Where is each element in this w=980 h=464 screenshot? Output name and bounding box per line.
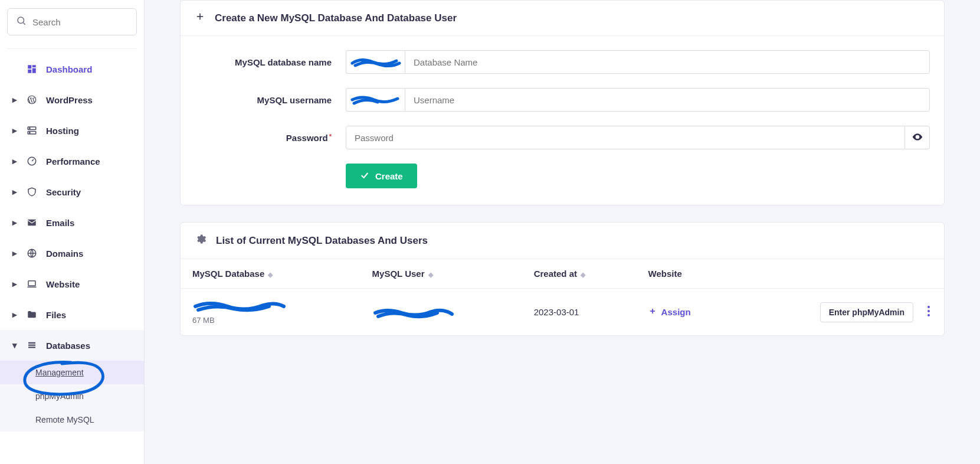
search-wrap xyxy=(7,0,137,49)
db-name-label: MySQL database name xyxy=(195,57,346,67)
list-card-title: List of Current MySQL Databases And User… xyxy=(216,235,428,247)
create-card-title: Create a New MySQL Database And Database… xyxy=(215,12,457,24)
username-input[interactable] xyxy=(405,88,930,112)
svg-rect-14 xyxy=(28,281,35,286)
sidebar-item-label: Files xyxy=(46,310,66,320)
gear-icon xyxy=(195,233,207,248)
sidebar-item-label: Emails xyxy=(46,218,74,228)
create-card-body: MySQL database name MySQL username xyxy=(181,36,944,205)
list-card-header: List of Current MySQL Databases And User… xyxy=(181,223,944,259)
create-button-label: Create xyxy=(375,171,403,181)
svg-rect-12 xyxy=(28,220,36,226)
create-database-card: Create a New MySQL Database And Database… xyxy=(180,0,945,205)
col-created[interactable]: Created at◆ xyxy=(522,259,637,289)
svg-point-23 xyxy=(927,310,930,312)
chevron-icon: ▸ xyxy=(12,156,18,166)
table-row: 67 MB 2023-03-01 Assign xyxy=(181,289,944,336)
subnav-remote-mysql[interactable]: Remote MySQL xyxy=(0,408,144,432)
svg-rect-4 xyxy=(32,68,36,73)
row-username: MySQL username xyxy=(195,88,930,112)
db-name-redacted xyxy=(192,299,349,312)
sort-icon: ◆ xyxy=(428,271,433,278)
sidebar-item-security[interactable]: ▸ Security xyxy=(7,177,137,207)
sidebar-item-domains[interactable]: ▸ Domains xyxy=(7,238,137,269)
subnav-label: phpMyAdmin xyxy=(35,391,84,401)
globe-icon xyxy=(26,248,38,259)
sidebar-item-label: Hosting xyxy=(46,126,79,136)
chevron-icon: ▸ xyxy=(12,248,18,259)
create-card-header: Create a New MySQL Database And Database… xyxy=(181,1,944,36)
plus-icon xyxy=(195,11,205,25)
sidebar-item-label: Performance xyxy=(46,156,100,166)
chevron-down-icon: ▾ xyxy=(12,340,18,351)
required-mark: * xyxy=(329,133,332,140)
sidebar: ▸ Dashboard ▸ WordPress ▸ Hosting ▸ Perf… xyxy=(0,0,145,464)
plus-icon xyxy=(648,307,657,317)
sidebar-item-label: WordPress xyxy=(46,95,93,105)
wordpress-icon xyxy=(26,94,38,105)
sidebar-item-emails[interactable]: ▸ Emails xyxy=(7,207,137,238)
col-actions xyxy=(737,259,944,289)
search-box[interactable] xyxy=(7,8,137,35)
chevron-icon: ▸ xyxy=(12,187,18,197)
svg-rect-3 xyxy=(32,65,36,67)
subnav-phpmyadmin[interactable]: phpMyAdmin xyxy=(0,384,144,408)
enter-phpmyadmin-button[interactable]: Enter phpMyAdmin xyxy=(820,302,913,322)
password-input[interactable] xyxy=(346,126,905,149)
cell-actions: Enter phpMyAdmin xyxy=(737,289,944,336)
sidebar-item-hosting[interactable]: ▸ Hosting xyxy=(7,115,137,146)
svg-point-0 xyxy=(18,17,24,24)
toggle-password-visibility[interactable] xyxy=(905,126,930,149)
eye-icon xyxy=(912,131,923,145)
more-vertical-icon xyxy=(927,308,930,318)
chevron-icon: ▸ xyxy=(12,309,18,320)
col-db[interactable]: MySQL Database◆ xyxy=(181,259,360,289)
shield-icon xyxy=(26,187,38,197)
row-db-name: MySQL database name xyxy=(195,50,930,74)
cell-user xyxy=(360,289,522,336)
svg-line-1 xyxy=(23,22,25,24)
servers-icon xyxy=(26,125,38,136)
chevron-icon: ▸ xyxy=(12,279,18,289)
username-label: MySQL username xyxy=(195,95,346,105)
sidebar-item-label: Domains xyxy=(46,249,83,259)
db-name-prefix xyxy=(346,50,405,74)
sidebar-item-files[interactable]: ▸ Files xyxy=(7,299,137,330)
sidebar-item-databases[interactable]: ▾ Databases xyxy=(0,330,144,361)
sidebar-item-performance[interactable]: ▸ Performance xyxy=(7,146,137,177)
svg-point-10 xyxy=(30,132,31,133)
sidebar-item-website[interactable]: ▸ Website xyxy=(7,269,137,299)
subnav-management[interactable]: Management xyxy=(0,361,144,384)
row-more-button[interactable] xyxy=(925,306,932,318)
databases-table: MySQL Database◆ MySQL User◆ Created at◆ … xyxy=(181,259,944,335)
assign-label: Assign xyxy=(661,307,691,317)
db-name-input[interactable] xyxy=(405,50,930,74)
assign-button[interactable]: Assign xyxy=(648,307,691,317)
laptop-icon xyxy=(26,279,38,289)
search-icon xyxy=(16,15,27,28)
password-label: Password* xyxy=(195,133,346,143)
col-user[interactable]: MySQL User◆ xyxy=(360,259,522,289)
cell-db: 67 MB xyxy=(181,289,360,336)
sidebar-item-dashboard[interactable]: ▸ Dashboard xyxy=(7,54,137,84)
check-icon xyxy=(360,171,369,182)
cell-created: 2023-03-01 xyxy=(522,289,637,336)
row-password: Password* xyxy=(195,126,930,149)
create-button[interactable]: Create xyxy=(346,164,417,188)
list-databases-card: List of Current MySQL Databases And User… xyxy=(180,222,945,336)
db-size: 67 MB xyxy=(192,316,349,325)
sidebar-item-wordpress[interactable]: ▸ WordPress xyxy=(7,84,137,115)
col-website: Website xyxy=(637,259,738,289)
svg-rect-17 xyxy=(28,347,35,348)
cell-website: Assign xyxy=(637,289,738,336)
svg-point-24 xyxy=(927,314,930,316)
mail-icon xyxy=(26,217,38,228)
sort-icon: ◆ xyxy=(268,271,273,278)
svg-rect-5 xyxy=(28,70,31,73)
svg-rect-15 xyxy=(28,342,35,344)
database-icon xyxy=(26,340,38,351)
username-prefix xyxy=(346,88,405,112)
search-input[interactable] xyxy=(32,17,145,27)
chevron-icon: ▸ xyxy=(12,217,18,228)
sidebar-item-label: Databases xyxy=(46,341,90,351)
